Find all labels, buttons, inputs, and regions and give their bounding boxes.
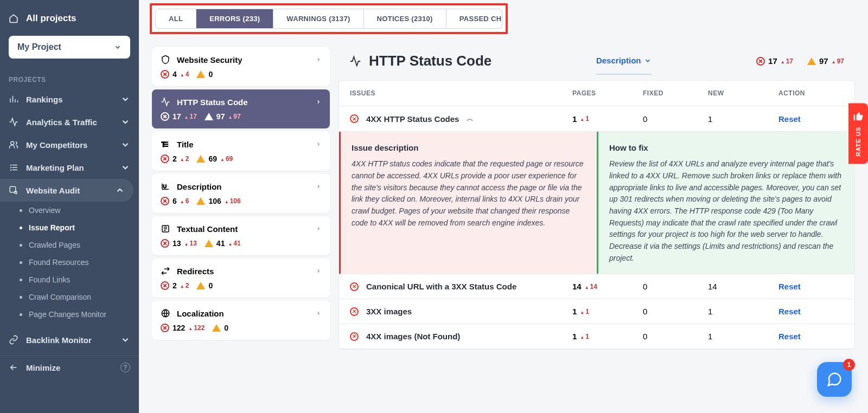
sub-crawled-pages[interactable]: Crawled Pages [0, 236, 139, 254]
minimize-button[interactable]: Minimize ? [0, 356, 139, 379]
nav-label: Analytics & Traffic [26, 118, 97, 127]
nav-competitors[interactable]: My Competitors [0, 133, 139, 156]
table-row[interactable]: ✕ Canonical URL with a 3XX Status Code 1… [339, 274, 854, 299]
description-dropdown[interactable]: Description [596, 56, 652, 75]
all-projects-label: All projects [26, 13, 76, 24]
nav-rankings[interactable]: Rankings [0, 88, 139, 111]
warning-icon [196, 155, 205, 163]
issue-name: Canonical URL with a 3XX Status Code [366, 282, 516, 291]
pages-count: 1414 [572, 282, 643, 291]
reset-link[interactable]: Reset [778, 114, 801, 124]
category-errors: 66 [161, 197, 189, 205]
sub-issue-report[interactable]: Issue Report [0, 219, 139, 236]
sub-found-resources[interactable]: Found Resources [0, 254, 139, 271]
filter-tabs: ALL ERRORS (233) WARNINGS (3137) NOTICES… [155, 9, 502, 29]
chat-badge: 1 [843, 359, 855, 371]
warn-count: 97 [819, 56, 828, 66]
col-pages: PAGES [572, 89, 643, 97]
chevron-right-icon [316, 225, 321, 233]
table-row[interactable]: ✕ 4XX images (Not Found) 11 0 1 Reset [339, 324, 854, 349]
bar-chart-icon [9, 94, 18, 104]
how-to-fix-text: Review the list of 4XX URLs and analyze … [609, 158, 844, 264]
filter-tabs-highlight: ALL ERRORS (233) WARNINGS (3137) NOTICES… [150, 3, 508, 34]
checklist-icon [9, 163, 18, 172]
category-card[interactable]: Website Security 44 0 [152, 47, 330, 86]
issue-name: 4XX images (Not Found) [366, 332, 460, 341]
category-card[interactable]: Redirects 22 0 [152, 259, 330, 298]
sub-crawl-comparison[interactable]: Crawl Comparison [0, 288, 139, 306]
col-fixed: FIXED [643, 89, 708, 97]
tab-notices[interactable]: NOTICES (2310) [364, 9, 446, 28]
search-page-icon [9, 185, 18, 195]
rate-us-label: RATE US [855, 127, 861, 156]
new-count: 14 [708, 282, 778, 291]
category-warnings: 6969 [196, 154, 233, 163]
collapse-icon: ︿ [467, 114, 474, 124]
sub-found-links[interactable]: Found Links [0, 271, 139, 288]
chevron-down-icon [114, 43, 122, 51]
nav-label: Marketing Plan [26, 163, 84, 172]
sub-label: Issue Report [29, 223, 75, 232]
new-count: 1 [708, 114, 778, 124]
category-errors: 122122 [161, 324, 205, 332]
help-icon[interactable]: ? [120, 363, 130, 372]
warning-icon [212, 324, 221, 332]
sub-label: Crawl Comparison [29, 293, 91, 301]
chevron-down-icon [120, 117, 130, 127]
category-warnings: 0 [196, 70, 213, 79]
nav-backlink-monitor[interactable]: Backlink Monitor [0, 328, 139, 351]
category-warnings: 0 [212, 324, 228, 332]
pages-count: 11 [572, 307, 643, 316]
error-icon [161, 154, 169, 163]
category-title: Textual Content [177, 224, 238, 234]
category-card[interactable]: U Description 66 106106 [152, 174, 330, 213]
category-errors: 1717 [161, 112, 197, 121]
category-icon [161, 55, 170, 64]
all-projects-link[interactable]: All projects [9, 9, 130, 28]
tab-warnings[interactable]: WARNINGS (3137) [273, 9, 363, 28]
reset-link[interactable]: Reset [778, 332, 801, 341]
table-row[interactable]: ✕ 4XX HTTP Status Codes ︿ 11 0 1 Reset [339, 106, 854, 132]
svg-text:T: T [162, 141, 166, 149]
category-icon [161, 266, 170, 276]
warning-icon [196, 70, 205, 78]
category-card[interactable]: Textual Content 1313 4141 [152, 216, 330, 255]
error-icon [161, 70, 169, 79]
chevron-down-icon [120, 163, 130, 172]
sub-page-changes-monitor[interactable]: Page Changes Monitor [0, 306, 139, 323]
table-header: ISSUES PAGES FIXED NEW ACTION [339, 81, 854, 106]
main-content: ALL ERRORS (233) WARNINGS (3137) NOTICES… [139, 3, 868, 350]
category-icon [161, 224, 170, 234]
nav-analytics[interactable]: Analytics & Traffic [0, 111, 139, 133]
nav-website-audit[interactable]: Website Audit [0, 179, 133, 202]
reset-link[interactable]: Reset [778, 282, 801, 291]
chevron-right-icon [316, 98, 321, 106]
nav-marketing-plan[interactable]: Marketing Plan [0, 156, 139, 179]
fixed-count: 0 [643, 282, 708, 291]
col-action: ACTION [778, 89, 844, 97]
error-icon [161, 239, 169, 248]
fixed-count: 0 [643, 332, 708, 341]
col-new: NEW [708, 89, 778, 97]
rate-us-tab[interactable]: RATE US [848, 103, 868, 164]
nav-label: My Competitors [26, 140, 87, 150]
sub-overview[interactable]: Overview [0, 202, 139, 219]
project-selector[interactable]: My Project [9, 36, 130, 59]
tab-errors[interactable]: ERRORS (233) [196, 9, 273, 28]
errors-total-stat: 17 17 [756, 56, 793, 66]
error-icon: ✕ [350, 332, 359, 341]
reset-link[interactable]: Reset [778, 307, 801, 316]
fixed-count: 0 [643, 114, 708, 124]
chat-button[interactable]: 1 [817, 362, 852, 397]
category-warnings: 9797 [205, 112, 241, 121]
category-title: Website Security [177, 55, 242, 64]
tab-all[interactable]: ALL [156, 9, 196, 28]
how-to-fix-box: How to fix Review the list of 4XX URLs a… [597, 132, 854, 274]
chevron-down-icon [120, 94, 130, 104]
category-card[interactable]: HTTP Status Code 1717 9797 [152, 89, 330, 128]
table-row[interactable]: ✕ 3XX images 11 0 1 Reset [339, 299, 854, 324]
tab-passed[interactable]: PASSED CHECKS (82) [446, 9, 502, 28]
sidebar: All projects My Project PROJECTS Ranking… [0, 0, 139, 413]
category-card[interactable]: Localization 122122 0 [152, 301, 330, 340]
category-card[interactable]: T Title 22 6969 [152, 132, 330, 171]
